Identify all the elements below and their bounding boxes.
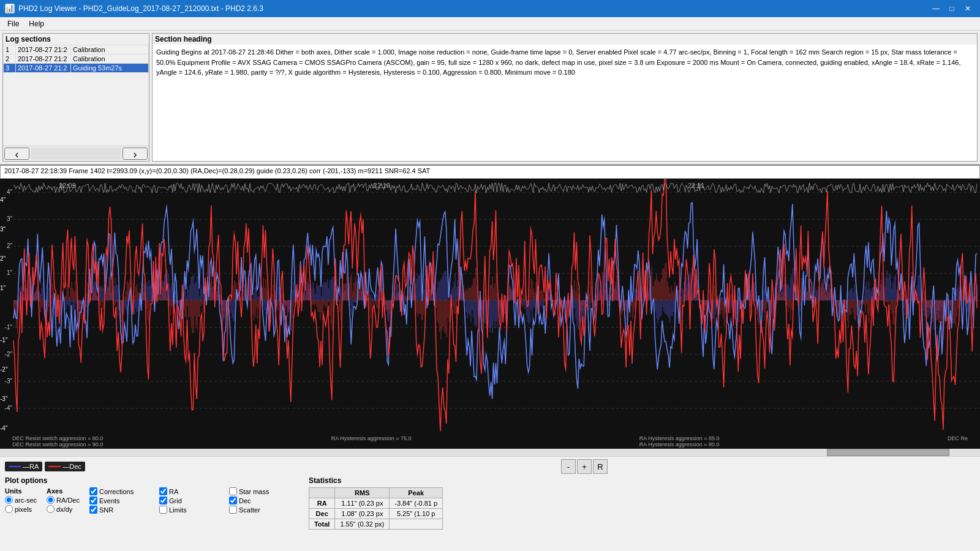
app-icon: 📊 xyxy=(5,4,15,13)
stats-label: Dec xyxy=(309,509,334,519)
bottom-section: —RA —Dec - + R Plot options xyxy=(0,456,980,551)
y-label-1: 1" xyxy=(0,285,13,291)
log-sections-panel: Log sections 12017-08-27 21:2Calibration… xyxy=(2,33,149,162)
axes-dxdy-option[interactable]: dx/dy xyxy=(47,505,80,513)
zoom-minus-button[interactable]: - xyxy=(561,459,576,474)
checkbox-dec[interactable]: Dec xyxy=(229,497,296,504)
stats-label: RA xyxy=(309,498,334,509)
y-label-3: 3" xyxy=(0,226,13,233)
units-arcsec-option[interactable]: arc-sec xyxy=(5,496,37,504)
axes-radec-radio[interactable] xyxy=(47,496,55,504)
menu-help[interactable]: Help xyxy=(24,18,49,29)
checkbox-grid-input[interactable] xyxy=(159,497,167,504)
checkbox-ra[interactable]: RA xyxy=(159,487,227,495)
section-heading-panel: Section heading Guiding Begins at 2017-0… xyxy=(152,33,978,162)
axes-label: Axes xyxy=(47,487,80,495)
legend-zoom-row: —RA —Dec - + R xyxy=(5,459,975,474)
top-section: Log sections 12017-08-27 21:2Calibration… xyxy=(0,31,980,165)
window-title: PHD2 Log Viewer - PHD2_GuideLog_2017-08-… xyxy=(18,4,263,13)
units-arcsec-radio[interactable] xyxy=(5,496,13,504)
checkbox-ra-input[interactable] xyxy=(159,487,167,495)
y-label-n3: -3" xyxy=(0,395,13,402)
section-text-content: Guiding Begins at 2017-08-27 21:28:46 Di… xyxy=(153,45,977,161)
stats-label: Total xyxy=(309,519,334,530)
log-scroll-right[interactable]: › xyxy=(123,148,148,160)
stats-rms: 1.08" (0.23 px xyxy=(335,509,390,519)
stats-row: RA1.11" (0.23 px-3.84" (-0.81 p xyxy=(309,498,442,509)
menu-bar: File Help xyxy=(0,17,980,31)
stats-rms: 1.11" (0.23 px xyxy=(335,498,390,509)
chart-scrollbar[interactable] xyxy=(0,449,980,456)
status-bar: 2017-08-27 22:18:39 Frame 1402 t=2993.09… xyxy=(0,165,980,179)
annotation-mid: RA Hysteresis aggression = 75.0 xyxy=(331,435,412,448)
legend-ra-label: —RA xyxy=(23,463,39,470)
legend-dec: —Dec xyxy=(45,462,85,471)
stats-peak xyxy=(390,519,443,530)
legend-dec-label: —Dec xyxy=(62,463,81,470)
ra-color-line xyxy=(9,466,21,467)
options-stats-row: Plot options Units arc-sec pixels xyxy=(5,476,975,530)
units-pixels-option[interactable]: pixels xyxy=(5,505,37,513)
menu-file[interactable]: File xyxy=(2,18,24,29)
checkbox-events-input[interactable] xyxy=(89,497,97,504)
close-button[interactable]: ✕ xyxy=(960,2,975,15)
y-label-n2: -2" xyxy=(0,366,13,373)
units-label: Units xyxy=(5,487,37,495)
stats-col-empty xyxy=(309,488,334,498)
checkbox-limits[interactable]: Limits xyxy=(159,506,227,514)
stats-col-rms: RMS xyxy=(335,488,390,498)
zoom-reset-button[interactable]: R xyxy=(593,459,608,474)
checkbox-star-mass-input[interactable] xyxy=(229,487,237,495)
checkbox-corrections[interactable]: Corrections xyxy=(89,487,157,495)
stats-row: Total1.55" (0.32 px) xyxy=(309,519,442,530)
units-pixels-radio[interactable] xyxy=(5,505,13,513)
minimize-button[interactable]: — xyxy=(929,2,943,15)
guide-chart xyxy=(0,179,980,449)
checkbox-events[interactable]: Events xyxy=(89,497,157,504)
axes-dxdy-radio[interactable] xyxy=(47,505,55,513)
scrollbar-thumb[interactable] xyxy=(827,449,949,456)
checkbox-scatter[interactable]: Scatter xyxy=(229,506,296,514)
stats-col-peak: Peak xyxy=(390,488,443,498)
stats-row: Dec1.08" (0.23 px5.25" (1.10 p xyxy=(309,509,442,519)
chart-container: 4" 3" 2" 1" -1" -2" -3" -4" DEC Resist s… xyxy=(0,179,980,449)
checkbox-snr-input[interactable] xyxy=(89,506,97,514)
plot-options-title: Plot options xyxy=(5,476,296,485)
log-sections-title: Log sections xyxy=(3,34,149,45)
stats-title: Statistics xyxy=(309,476,443,485)
log-table-row[interactable]: 32017-08-27 21:2Guiding 53m27s xyxy=(4,64,149,73)
y-label-2: 2" xyxy=(0,255,13,262)
title-bar: 📊 PHD2 Log Viewer - PHD2_GuideLog_2017-0… xyxy=(0,0,980,17)
dec-color-line xyxy=(48,466,61,467)
y-label-n1: -1" xyxy=(0,337,13,343)
stats-peak: -3.84" (-0.81 p xyxy=(390,498,443,509)
plot-options: Plot options Units arc-sec pixels xyxy=(5,476,296,530)
legend-ra: —RA xyxy=(5,462,42,471)
y-label-4: 4" xyxy=(0,197,13,203)
maximize-button[interactable]: □ xyxy=(944,2,959,15)
log-table-row[interactable]: 12017-08-27 21:2Calibration xyxy=(4,45,149,54)
axes-group: Axes RA/Dec dx/dy xyxy=(47,487,80,514)
annotation-left: DEC Resist switch aggression = 80.0 DEC … xyxy=(12,435,103,448)
checkbox-dec-input[interactable] xyxy=(229,497,237,504)
annotation-right: RA Hysteresis aggression = 85.0 RA Hyste… xyxy=(639,435,720,448)
statistics-panel: Statistics RMS Peak RA1.11" (0.23 px-3.8… xyxy=(309,476,443,530)
checkbox-grid: Corrections RA Star mass Events Grid Dec… xyxy=(89,487,296,514)
axes-radec-option[interactable]: RA/Dec xyxy=(47,496,80,504)
log-table-row[interactable]: 22017-08-27 21:2Calibration xyxy=(4,54,149,64)
stats-peak: 5.25" (1.10 p xyxy=(390,509,443,519)
stats-table: RMS Peak RA1.11" (0.23 px-3.84" (-0.81 p… xyxy=(309,487,443,530)
checkbox-star-mass[interactable]: Star mass xyxy=(229,487,296,495)
checkbox-snr[interactable]: SNR xyxy=(89,506,157,514)
checkbox-grid[interactable]: Grid xyxy=(159,497,227,504)
zoom-plus-button[interactable]: + xyxy=(577,459,592,474)
section-heading-title: Section heading xyxy=(153,34,977,45)
log-scroll-left[interactable]: ‹ xyxy=(4,148,29,160)
annotation-far-right: DEC Re xyxy=(948,435,968,448)
checkbox-scatter-input[interactable] xyxy=(229,506,237,514)
checkbox-limits-input[interactable] xyxy=(159,506,167,514)
checkbox-corrections-input[interactable] xyxy=(89,487,97,495)
log-table: 12017-08-27 21:2Calibration22017-08-27 2… xyxy=(3,45,149,146)
units-group: Units arc-sec pixels xyxy=(5,487,37,514)
options-row: Units arc-sec pixels Axes RA/Dec xyxy=(5,487,296,514)
